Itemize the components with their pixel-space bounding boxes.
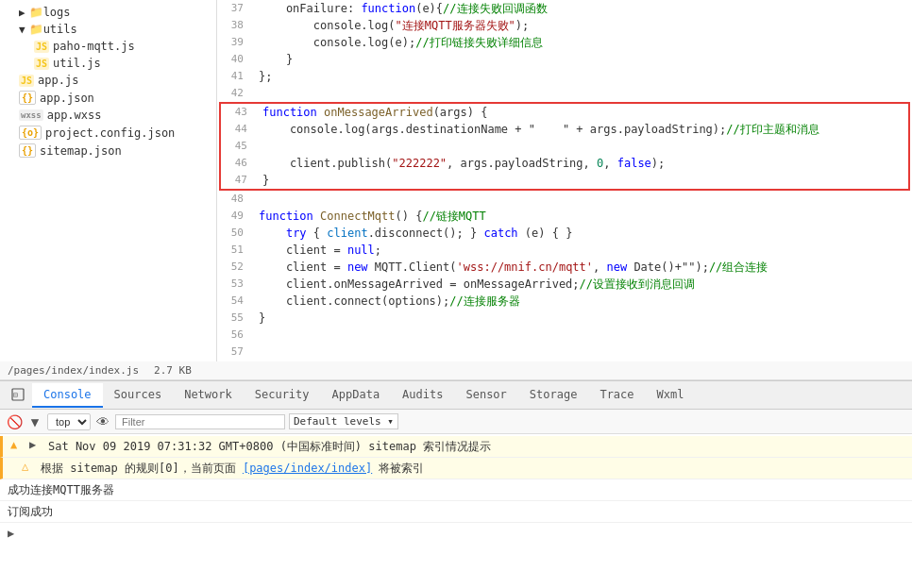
tab-sensor-label: Sensor [465, 388, 506, 401]
tab-wxml-label: Wxml [657, 388, 684, 401]
code-line-57: 57 [217, 344, 912, 361]
line-num-56: 56 [217, 327, 251, 344]
line-num-43: 43 [221, 104, 255, 121]
file-tree-item-util[interactable]: JS util.js [0, 55, 216, 72]
tab-console[interactable]: Console [32, 383, 103, 408]
code-line-37: 37 onFailure: function(e){//连接失败回调函数 [217, 0, 912, 17]
line-content-50: try { client.disconnect(); } catch (e) {… [251, 225, 912, 242]
line-num-48: 48 [217, 191, 251, 208]
file-tree-label-sitemap: sitemap.json [40, 144, 122, 158]
file-size: 2.7 KB [154, 364, 192, 377]
line-num-55: 55 [217, 310, 251, 327]
tab-sensor[interactable]: Sensor [454, 383, 517, 408]
line-num-52: 52 [217, 259, 251, 276]
clear-console-button[interactable]: 🚫 [6, 413, 23, 430]
bottom-expand-arrow[interactable]: ▶ [0, 523, 912, 544]
code-area: ▶ 📁 logs ▼ 📁 utils JS paho-mqtt.js JS ut… [0, 0, 912, 361]
line-content-37: onFailure: function(e){//连接失败回调函数 [251, 0, 912, 17]
file-tree-item-projectconfig[interactable]: {o} project.config.json [0, 124, 216, 142]
line-content-47: } [255, 172, 908, 189]
line-num-50: 50 [217, 225, 251, 242]
console-msg-warning-header: ▲ ▶ Sat Nov 09 2019 07:31:32 GMT+0800 (中… [0, 436, 912, 458]
line-num-57: 57 [217, 344, 251, 361]
pages-link[interactable]: [pages/index/index] [243, 462, 372, 475]
code-line-50: 50 try { client.disconnect(); } catch (e… [217, 225, 912, 242]
file-tree-label-appjs: app.js [38, 74, 78, 87]
filter-toggle-button[interactable]: ▼ [26, 413, 43, 430]
console-toolbar: 🚫 ▼ top 👁 Default levels ▾ [0, 410, 912, 434]
line-content-55: } [251, 310, 912, 327]
tab-network[interactable]: Network [173, 383, 244, 408]
code-line-46: 46 client.publish("222222", args.payload… [221, 155, 908, 172]
code-line-48: 48 [217, 191, 912, 208]
line-num-39: 39 [217, 34, 251, 51]
code-line-45: 45 [221, 138, 908, 155]
code-line-40: 40 } [217, 51, 912, 68]
expand-arrow-1[interactable]: ▶ [29, 438, 42, 451]
tab-trace[interactable]: Trace [588, 383, 645, 408]
file-tree-item-paho[interactable]: JS paho-mqtt.js [0, 38, 216, 55]
line-content-45 [255, 138, 908, 155]
file-tree-item-sitemap[interactable]: {} sitemap.json [0, 142, 216, 160]
bottom-arrow-icon: ▶ [8, 527, 14, 540]
app-container: ▶ 📁 logs ▼ 📁 utils JS paho-mqtt.js JS ut… [0, 0, 912, 588]
file-path-text[interactable]: /pages/index/index.js [8, 364, 139, 377]
warning-icon-1: ▲ [10, 438, 24, 451]
line-content-52: client = new MQTT.Client('wss://mnif.cn/… [251, 259, 912, 276]
code-line-39: 39 console.log(e);//打印链接失败详细信息 [217, 34, 912, 51]
line-content-40: } [251, 51, 912, 68]
tab-sources[interactable]: Sources [103, 383, 174, 408]
code-line-53: 53 client.onMessageArrived = onMessageAr… [217, 276, 912, 293]
line-content-49: function ConnectMqtt() {//链接MQTT [251, 208, 912, 225]
file-tree-item-appjson[interactable]: {} app.json [0, 89, 216, 107]
line-num-46: 46 [221, 155, 255, 172]
tab-audits[interactable]: Audits [391, 383, 454, 408]
tab-appdata-label: AppData [332, 388, 380, 401]
line-num-41: 41 [217, 68, 251, 85]
line-content-58: //获取应用实例 [251, 361, 912, 361]
line-num-47: 47 [221, 172, 255, 189]
line-content-57 [251, 344, 912, 361]
code-line-42: 42 [217, 85, 912, 102]
line-num-42: 42 [217, 85, 251, 102]
console-msg-text-1: Sat Nov 09 2019 07:31:32 GMT+0800 (中国标准时… [48, 438, 904, 455]
code-line-47: 47 } [221, 172, 908, 189]
json-icon-app: {} [19, 91, 36, 105]
tab-wxml[interactable]: Wxml [646, 383, 696, 408]
file-tree-item-appjs[interactable]: JS app.js [0, 72, 216, 89]
tab-bar: ⊟ Console Sources Network Security AppDa… [0, 381, 912, 410]
line-content-51: client = null; [251, 242, 912, 259]
filter-input[interactable] [115, 414, 285, 429]
line-num-54: 54 [217, 293, 251, 310]
file-tree-label-appjson: app.json [40, 92, 94, 105]
file-tree-item-logs[interactable]: ▶ 📁 logs [0, 4, 216, 21]
tab-console-icon[interactable]: ⊟ [4, 382, 32, 408]
file-tree-item-utils[interactable]: ▼ 📁 utils [0, 21, 216, 38]
tab-security-label: Security [255, 388, 310, 401]
warning-icon-2: △ [22, 460, 35, 473]
js-icon-util: JS [34, 58, 49, 70]
file-tree-label-logs: logs [43, 6, 71, 19]
file-tree-label-utils: utils [43, 23, 77, 36]
code-editor: 37 onFailure: function(e){//连接失败回调函数 38 … [217, 0, 912, 361]
code-line-54: 54 client.connect(options);//连接服务器 [217, 293, 912, 310]
file-tree-label-util: util.js [53, 57, 101, 70]
tab-security[interactable]: Security [244, 383, 321, 408]
eye-button[interactable]: 👁 [94, 413, 111, 430]
js-icon-paho: JS [34, 41, 49, 53]
arrow-right-icon: ▶ [19, 7, 25, 19]
file-tree-item-appwxss[interactable]: wxss app.wxss [0, 107, 216, 124]
code-line-43: 43 function onMessageArrived(args) { [221, 104, 908, 121]
line-content-43: function onMessageArrived(args) { [255, 104, 908, 121]
line-content-46: client.publish("222222", args.payloadStr… [255, 155, 908, 172]
code-line-52: 52 client = new MQTT.Client('wss://mnif.… [217, 259, 912, 276]
folder-icon-utils: 📁 [29, 23, 43, 36]
levels-dropdown[interactable]: Default levels ▾ [289, 413, 398, 429]
file-path-bar: /pages/index/index.js 2.7 KB [0, 361, 912, 380]
line-content-54: client.connect(options);//连接服务器 [251, 293, 912, 310]
line-content-44: console.log(args.destinationName + " " +… [255, 121, 908, 138]
context-selector[interactable]: top [47, 413, 91, 430]
tab-appdata[interactable]: AppData [321, 383, 392, 408]
code-line-49: 49 function ConnectMqtt() {//链接MQTT [217, 208, 912, 225]
tab-storage[interactable]: Storage [518, 383, 589, 408]
